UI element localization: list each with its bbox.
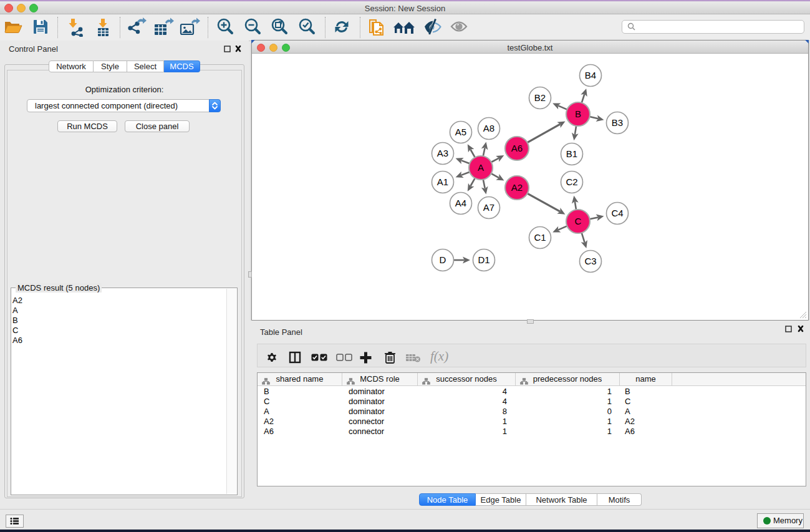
svg-text:B3: B3 xyxy=(612,117,623,128)
svg-text:B2: B2 xyxy=(534,92,546,103)
svg-text:C4: C4 xyxy=(611,208,623,218)
svg-text:B: B xyxy=(575,109,581,119)
svg-text:D: D xyxy=(440,254,446,265)
svg-text:A8: A8 xyxy=(483,123,494,133)
svg-text:A: A xyxy=(478,162,484,173)
svg-text:A3: A3 xyxy=(437,148,448,158)
svg-text:B1: B1 xyxy=(566,148,577,159)
svg-text:B4: B4 xyxy=(585,70,596,80)
svg-text:C1: C1 xyxy=(534,232,546,243)
svg-text:A7: A7 xyxy=(483,202,494,213)
svg-text:A6: A6 xyxy=(511,143,523,153)
svg-text:A2: A2 xyxy=(511,182,523,193)
svg-text:C: C xyxy=(575,216,582,226)
svg-text:C3: C3 xyxy=(584,256,596,266)
svg-text:C2: C2 xyxy=(566,177,577,187)
svg-text:A1: A1 xyxy=(437,177,448,187)
svg-text:A5: A5 xyxy=(455,127,466,137)
svg-text:D1: D1 xyxy=(478,254,489,265)
svg-text:A4: A4 xyxy=(455,198,466,208)
